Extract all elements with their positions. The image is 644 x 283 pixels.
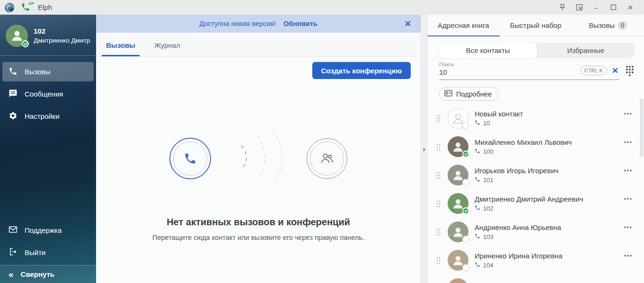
user-profile[interactable]: 102 Дмитриенко Дмитр… <box>0 15 96 56</box>
more-menu-icon[interactable]: ••• <box>624 168 633 174</box>
right-panel: Адресная книга Быстрый набор Вызовы 0 Вс… <box>427 15 644 283</box>
minimize-icon[interactable]: – <box>591 2 601 13</box>
status-badge <box>462 236 469 243</box>
tab-calls-right[interactable]: Вызовы 0 <box>572 15 644 36</box>
drag-handle-icon[interactable] <box>436 143 441 150</box>
tab-speed-dial[interactable]: Быстрый набор <box>500 15 572 36</box>
more-menu-icon[interactable]: ••• <box>624 111 633 117</box>
tab-address-book[interactable]: Адресная книга <box>427 15 500 36</box>
dialpad-icon[interactable] <box>625 65 635 76</box>
maximize-icon[interactable] <box>608 2 618 13</box>
search-input[interactable]: Поиск 10 CTRL K ✕ <box>439 62 619 80</box>
empty-state-title: Нет активных вызовов и конференций <box>167 217 350 228</box>
contact-row[interactable]: Михайленко Михаил Львович 100 ••• <box>427 133 644 161</box>
contact-row[interactable]: Дмитриенко Дмитрий Андреевич 102 ••• <box>427 189 644 218</box>
contact-card-icon <box>444 90 452 98</box>
calls-count-badge: 0 <box>618 21 627 30</box>
mail-icon <box>9 226 18 235</box>
window-controls: – ✕ <box>557 2 639 13</box>
contact-name: Михайленко Михаил Львович <box>475 138 572 146</box>
tab-journal[interactable]: Журнал <box>151 41 183 56</box>
contact-number: 10 <box>483 120 490 127</box>
status-badge <box>462 207 469 214</box>
contact-row[interactable]: Андриенко Анна Юрьевна 103 ••• <box>427 218 644 246</box>
status-badge <box>462 179 469 186</box>
main-tabbar: Вызовы Журнал <box>96 33 421 57</box>
calls-content: Создать конференцию Нет активных вызов <box>96 57 421 283</box>
drag-handle-icon[interactable] <box>436 172 441 179</box>
contact-row[interactable]: Петренко Пётр Петрович ••• <box>427 274 644 283</box>
shortcut-badge: CTRL K <box>580 66 607 75</box>
phone-small-icon <box>475 262 480 269</box>
drag-handle-icon[interactable] <box>436 115 441 122</box>
phone-small-icon <box>475 177 480 184</box>
status-badge <box>462 150 469 158</box>
app-title: Elph <box>38 3 52 11</box>
sidebar-item-messages[interactable]: Сообщения <box>2 84 94 104</box>
contact-avatar <box>448 136 468 157</box>
phone-small-icon <box>475 148 480 155</box>
more-menu-icon[interactable]: ••• <box>624 139 633 146</box>
banner-close-icon[interactable]: ✕ <box>405 15 411 33</box>
empty-state: Нет активных вызовов и конференций Перет… <box>96 127 421 241</box>
phone-circle-icon <box>169 138 211 179</box>
user-extension: 102 <box>34 27 90 35</box>
phone-small-icon <box>475 205 480 212</box>
more-menu-icon[interactable]: ••• <box>624 196 633 203</box>
contact-avatar <box>448 193 468 214</box>
drag-handle-icon[interactable] <box>436 200 441 207</box>
sidebar-item-calls[interactable]: Вызовы <box>2 62 94 81</box>
more-menu-icon[interactable]: ••• <box>624 253 633 259</box>
phone-icon <box>9 67 18 77</box>
phone-small-icon <box>475 120 480 127</box>
scrollbar-thumb[interactable] <box>640 98 644 157</box>
banner-message: Доступна новая версия! <box>199 20 276 27</box>
contact-avatar <box>448 108 468 129</box>
contact-row[interactable]: Ириненко Ирина Игоревна 104 ••• <box>427 246 644 274</box>
sidebar-item-label: Выйти <box>25 248 45 256</box>
contact-number: 101 <box>483 177 494 184</box>
contact-number: 100 <box>483 148 494 155</box>
sidebar-item-support[interactable]: Поддержка <box>2 221 94 240</box>
double-chevron-left-icon: « <box>9 270 14 279</box>
segment-all-contacts[interactable]: Все контакты <box>439 43 537 58</box>
tab-calls[interactable]: Вызовы <box>103 41 138 56</box>
more-menu-icon[interactable]: ••• <box>624 224 633 231</box>
contact-number: 104 <box>483 262 494 269</box>
segment-favorites[interactable]: Избранные <box>537 43 635 58</box>
contact-avatar <box>448 165 468 186</box>
panel-collapse-chevron-icon[interactable]: › <box>423 145 425 153</box>
sidebar-collapse-button[interactable]: « Свернуть <box>0 265 96 283</box>
sidebar-item-logout[interactable]: Выйти <box>2 243 94 262</box>
presence-badge <box>22 40 29 47</box>
sidebar: 102 Дмитриенко Дмитр… Вызовы Сообщения Н… <box>0 15 96 283</box>
sidebar-item-settings[interactable]: Настройки <box>2 106 94 126</box>
create-conference-button[interactable]: Создать конференцию <box>312 62 411 79</box>
empty-state-subtitle: Перетащите сюда контакт или вызовите его… <box>152 234 364 241</box>
panel-divider: › <box>421 15 427 283</box>
drag-handle-icon[interactable] <box>436 257 441 264</box>
contact-row[interactable]: Новый контакт 10 ••• <box>427 104 644 133</box>
update-link[interactable]: Обновить <box>283 20 318 27</box>
more-menu-icon[interactable]: ••• <box>624 281 633 283</box>
sip-label: SIP <box>28 2 34 5</box>
titlebar: SIP Elph – ✕ <box>0 0 644 15</box>
status-badge <box>462 264 469 271</box>
sidebar-item-label: Поддержка <box>25 226 62 234</box>
drag-handle-icon[interactable] <box>436 229 441 236</box>
clear-search-icon[interactable]: ✕ <box>612 67 618 75</box>
close-icon[interactable]: ✕ <box>625 2 635 13</box>
contact-name: Ириненко Ирина Игоревна <box>475 252 563 260</box>
collapse-label: Свернуть <box>21 270 55 278</box>
pin-icon[interactable] <box>557 2 567 13</box>
signal-arcs-icon <box>233 127 290 190</box>
update-banner: Доступна новая версия! Обновить ✕ <box>96 15 421 33</box>
popout-icon[interactable] <box>574 2 584 13</box>
contact-row[interactable]: Игорьков Игорь Игоревич 101 ••• <box>427 161 644 189</box>
contact-name: Игорьков Игорь Игоревич <box>475 167 558 175</box>
contact-avatar <box>448 250 468 271</box>
contact-number: 103 <box>483 233 494 240</box>
contact-avatar <box>448 278 468 283</box>
app-logo-icon <box>5 3 14 12</box>
details-button[interactable]: Подробнее <box>439 87 498 101</box>
